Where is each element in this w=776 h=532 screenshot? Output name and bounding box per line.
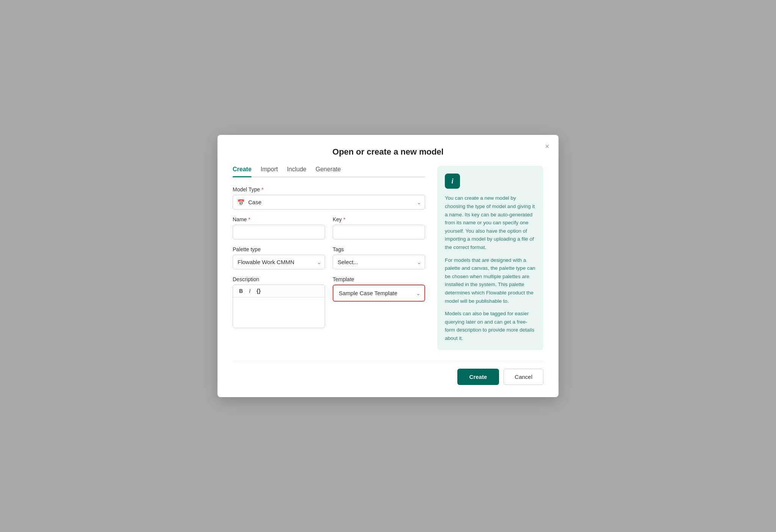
template-select[interactable]: Sample Case Template None Blank Template <box>334 286 424 300</box>
cancel-button[interactable]: Cancel <box>504 369 543 385</box>
tags-label: Tags <box>333 246 425 252</box>
modal-footer: Create Cancel <box>233 361 543 385</box>
info-panel-content: i You can create a new model by choosing… <box>437 166 543 350</box>
modal-dialog: × Open or create a new model Create Impo… <box>217 135 559 397</box>
required-indicator: * <box>261 186 263 192</box>
template-label: Template <box>333 276 425 282</box>
editor-toolbar: B I {} <box>233 285 325 297</box>
info-icon: i <box>451 177 453 185</box>
palette-type-select[interactable]: Flowable Work CMMN Standard CMMN BPMN <box>233 255 325 269</box>
create-button[interactable]: Create <box>457 369 499 385</box>
key-input[interactable] <box>333 225 425 239</box>
name-key-row: Name * Key * <box>233 216 425 246</box>
modal-overlay: × Open or create a new model Create Impo… <box>0 0 776 532</box>
tab-create[interactable]: Create <box>233 166 252 177</box>
model-type-field: Model Type * 📅 Case Process Form Decisio… <box>233 186 425 210</box>
tab-bar: Create Import Include Generate <box>233 166 425 177</box>
key-required: * <box>343 216 345 222</box>
palette-type-wrapper: Flowable Work CMMN Standard CMMN BPMN ⌄ <box>233 255 325 269</box>
modal-title: Open or create a new model <box>233 147 543 157</box>
palette-type-field: Palette type Flowable Work CMMN Standard… <box>233 246 325 269</box>
description-label: Description <box>233 276 325 282</box>
description-editor: B I {} <box>233 285 325 328</box>
template-select-wrapper: Sample Case Template None Blank Template… <box>333 285 425 302</box>
name-required: * <box>248 216 250 222</box>
model-type-label: Model Type * <box>233 186 425 192</box>
key-label: Key * <box>333 216 425 222</box>
info-panel: i You can create a new model by choosing… <box>437 166 543 350</box>
tags-wrapper: Select... ⌄ <box>333 255 425 269</box>
name-field: Name * <box>233 216 325 239</box>
code-button[interactable]: {} <box>254 287 263 295</box>
key-field: Key * <box>333 216 425 239</box>
info-paragraph-3: Models can also be tagged for easier que… <box>445 310 536 342</box>
italic-button[interactable]: I <box>247 287 253 295</box>
model-type-select[interactable]: Case Process Form Decision <box>233 195 425 210</box>
tab-generate[interactable]: Generate <box>316 166 341 177</box>
info-paragraph-2: For models that are designed with a pale… <box>445 256 536 305</box>
template-field: Template Sample Case Template None Blank… <box>333 276 425 328</box>
info-paragraph-1: You can create a new model by choosing t… <box>445 194 536 251</box>
form-panel: Create Import Include Generate Model Typ… <box>233 166 425 350</box>
tab-import[interactable]: Import <box>261 166 278 177</box>
info-icon-wrapper: i <box>445 174 460 189</box>
tags-field: Tags Select... ⌄ <box>333 246 425 269</box>
name-label: Name * <box>233 216 325 222</box>
palette-tags-row: Palette type Flowable Work CMMN Standard… <box>233 246 425 276</box>
info-text-body: You can create a new model by choosing t… <box>445 194 536 342</box>
tags-select[interactable]: Select... <box>333 255 425 269</box>
description-template-row: Description B I {} Template <box>233 276 425 335</box>
palette-type-label: Palette type <box>233 246 325 252</box>
model-type-select-wrapper: 📅 Case Process Form Decision ⌄ <box>233 195 425 210</box>
description-field: Description B I {} <box>233 276 325 328</box>
close-button[interactable]: × <box>543 141 551 152</box>
tab-include[interactable]: Include <box>287 166 307 177</box>
modal-body: Create Import Include Generate Model Typ… <box>233 166 543 350</box>
description-input[interactable] <box>233 297 325 328</box>
name-input[interactable] <box>233 225 325 239</box>
bold-button[interactable]: B <box>237 287 245 295</box>
